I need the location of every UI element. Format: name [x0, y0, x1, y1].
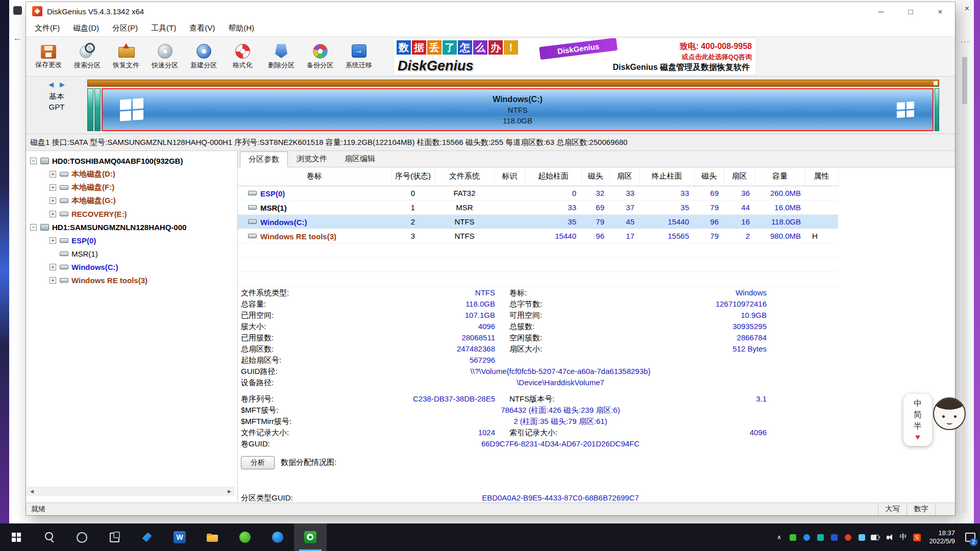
close-button[interactable]: ×	[925, 2, 955, 20]
browser-green-icon[interactable]	[229, 523, 261, 551]
table-header-cell[interactable]: 卷标	[238, 167, 391, 186]
prev-disk-arrow-icon[interactable]: ◀	[48, 81, 54, 88]
background-scrollbar[interactable]	[962, 55, 967, 513]
tray-blue-square-icon[interactable]	[829, 533, 839, 542]
tree-expander[interactable]: +	[50, 237, 56, 244]
scroll-right-arrow-icon[interactable]: ▶	[225, 487, 234, 495]
toolbar-save-changes-button[interactable]: 保存更改	[29, 38, 68, 75]
tray-lightblue-icon[interactable]	[857, 533, 866, 542]
tree-item-msr[interactable]: MSR(1)	[26, 247, 237, 260]
ime-simplified-toggle[interactable]: 简	[914, 410, 922, 419]
hidden-icons-caret[interactable]: ∧	[774, 533, 783, 542]
next-disk-arrow-icon[interactable]: ▶	[60, 81, 65, 88]
menu-help[interactable]: 帮助(H)	[222, 20, 261, 36]
table-header-cell[interactable]: 序号(状态)	[391, 167, 435, 186]
analyze-button[interactable]: 分析	[241, 456, 275, 469]
toolbar-delete-partition-button[interactable]: 删除分区	[262, 38, 301, 75]
taskbar-search-icon[interactable]	[33, 523, 65, 551]
toolbar-new-partition-button[interactable]: 新建分区	[184, 38, 223, 75]
table-header-cell[interactable]: 磁头	[581, 167, 609, 186]
table-header-cell[interactable]: 扇区	[724, 167, 755, 186]
tree-expander[interactable]: −	[30, 224, 37, 231]
menu-view[interactable]: 查看(V)	[183, 20, 222, 36]
windows-c-partition-block[interactable]: Windows(C:) NTFS 118.0GB	[102, 88, 934, 131]
table-header-cell[interactable]: 终止柱面	[640, 167, 694, 186]
action-center-icon[interactable]: 2	[963, 523, 978, 551]
toolbar-quick-partition-button[interactable]: 快速分区	[145, 38, 184, 75]
tab-partition-parameters[interactable]: 分区参数	[240, 152, 288, 167]
tree-item-windows-c[interactable]: + Windows(C:)	[26, 260, 237, 273]
tree-expander[interactable]: +	[50, 197, 56, 204]
tree-expander[interactable]: −	[30, 158, 37, 164]
toolbar-system-migration-button[interactable]: 系统迁移	[339, 38, 378, 75]
word-icon[interactable]: W	[163, 523, 196, 551]
background-close-icon[interactable]: ×	[965, 4, 969, 13]
diskgenius-taskbar-icon[interactable]	[294, 523, 327, 551]
table-row[interactable]: Windows(C:) 2 NTFS 35 79 45 15440 96 16	[238, 214, 838, 229]
esp-partition-strip[interactable]	[87, 88, 93, 131]
ime-chinese-toggle[interactable]: 中	[914, 398, 922, 408]
tab-browse-files[interactable]: 浏览文件	[288, 151, 336, 167]
table-header-cell[interactable]: 磁头	[694, 167, 724, 186]
tray-green-icon[interactable]	[788, 533, 797, 542]
toolbar-backup-partition-button[interactable]: 备份分区	[301, 38, 339, 75]
tab-sector-edit[interactable]: 扇区编辑	[336, 151, 384, 167]
cortana-icon[interactable]	[65, 523, 98, 551]
menu-tools[interactable]: 工具(T)	[144, 20, 183, 36]
start-button[interactable]	[0, 523, 33, 551]
tree-expander[interactable]: +	[50, 264, 56, 270]
toolbar-recover-files-button[interactable]: 恢复文件	[107, 38, 145, 75]
menu-disk[interactable]: 磁盘(D)	[66, 20, 106, 36]
tree-item-local-f[interactable]: + 本地磁盘(F:)	[26, 181, 237, 194]
menu-partition[interactable]: 分区(P)	[106, 20, 144, 36]
ime-halfwidth-toggle[interactable]: 半	[914, 421, 922, 431]
table-row[interactable]: Windows RE tools(3) 3 NTFS 15440 96 17 1…	[238, 229, 838, 243]
scroll-left-arrow-icon[interactable]: ◀	[28, 487, 36, 495]
sogou-icon[interactable]: S	[912, 533, 921, 542]
clock[interactable]: 18:37 2022/5/9	[929, 529, 955, 545]
menu-file[interactable]: 文件(F)	[28, 20, 66, 36]
tree-expander[interactable]: +	[50, 277, 56, 284]
table-header-cell[interactable]: 属性	[805, 167, 838, 186]
table-header-cell[interactable]: 扇区	[609, 167, 640, 186]
tree-item-esp[interactable]: + ESP(0)	[26, 234, 237, 247]
tree-expander[interactable]: +	[50, 184, 56, 191]
more-menu-icon[interactable]: ···	[961, 37, 970, 45]
table-header-cell[interactable]: 文件系统	[435, 167, 494, 186]
volume-icon[interactable]	[885, 533, 894, 542]
ad-banner[interactable]: 数据丢了怎么办！ DiskGenius DiskGenius 致电: 400-0…	[393, 38, 756, 76]
ad-qq-link[interactable]: 或点击此处选择QQ咨询	[682, 53, 752, 62]
msr-partition-strip[interactable]	[94, 88, 101, 131]
table-header-cell[interactable]: 标识	[494, 167, 525, 186]
tree-expander[interactable]: +	[50, 171, 56, 178]
tray-blue-circle-icon[interactable]	[802, 533, 811, 542]
tray-red-icon[interactable]	[843, 533, 852, 542]
re-tools-partition-strip[interactable]	[935, 88, 939, 131]
back-arrow-icon[interactable]: ←	[13, 33, 22, 43]
table-header-cell[interactable]: 容量	[755, 167, 805, 186]
battery-icon[interactable]	[871, 533, 880, 542]
table-row[interactable]: ESP(0) 0 FAT32 0 32 33 33 69 36 260.0MB	[238, 186, 838, 200]
toolbar-search-partition-button[interactable]: 搜索分区	[68, 38, 107, 75]
tree-horizontal-scrollbar[interactable]: ◀ ▶	[27, 487, 234, 495]
toolbar-format-button[interactable]: 格式化	[223, 38, 262, 75]
file-explorer-icon[interactable]	[196, 523, 229, 551]
ime-language-icon[interactable]: 中	[898, 533, 908, 542]
tree-item-recovery-e[interactable]: + RECOVERY(E:)	[26, 207, 237, 220]
tree-item-hd0[interactable]: − HD0:TOSHIBAMQ04ABF100(932GB)	[26, 154, 237, 167]
table-row[interactable]: MSR(1) 1 MSR 33 69 37 35 79 44 16.0MB	[238, 200, 838, 214]
table-header-cell[interactable]: 起始柱面	[525, 167, 581, 186]
tree-item-windows-re[interactable]: + Windows RE tools(3)	[26, 273, 237, 287]
taskbar-app-blue-icon[interactable]	[131, 523, 163, 551]
ime-heart-icon[interactable]: ♥	[915, 432, 920, 442]
tray-teal-icon[interactable]	[816, 533, 825, 542]
edge-icon[interactable]	[261, 523, 294, 551]
background-scrollbar-thumb[interactable]	[962, 57, 967, 104]
task-view-icon[interactable]	[98, 523, 131, 551]
tree-item-local-g[interactable]: + 本地磁盘(G:)	[26, 194, 237, 207]
maximize-button[interactable]: □	[896, 2, 925, 20]
minimize-button[interactable]: ─	[866, 2, 896, 20]
tree-item-hd1[interactable]: − HD1:SAMSUNGMZNLN128HAHQ-000	[26, 220, 237, 234]
tree-item-local-d[interactable]: + 本地磁盘(D:)	[26, 167, 237, 181]
tree-expander[interactable]: +	[50, 211, 56, 217]
